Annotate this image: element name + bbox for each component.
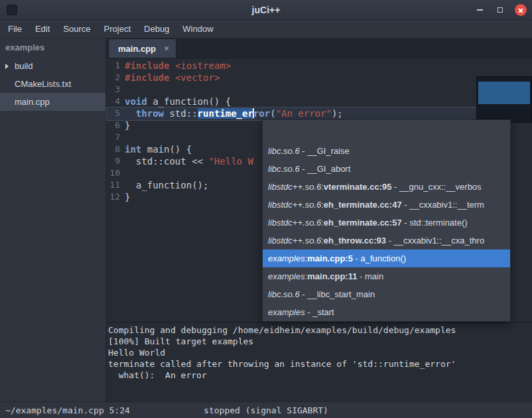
stack-trace-popup: libc.so.6 - __GI_raiselibc.so.6 - __GI_a… <box>262 119 511 322</box>
file-location: main.cpp:11 <box>307 271 357 281</box>
menu-window[interactable]: Window <box>176 21 220 36</box>
tab-close-icon[interactable]: × <box>164 43 169 54</box>
stack-frame-1[interactable]: libc.so.6 - __GI_raise <box>263 142 510 160</box>
minimize-button[interactable] <box>474 4 486 16</box>
line-number: 7 <box>106 131 125 143</box>
code-token: ror <box>253 108 270 119</box>
line-number: 9 <box>106 155 125 167</box>
function-name: - std::terminate() <box>402 218 468 228</box>
code-token <box>169 60 174 71</box>
line-number: 10 <box>106 167 125 179</box>
code-token <box>169 72 174 83</box>
code-token: a_function(); <box>125 180 208 190</box>
app-icon <box>7 5 17 15</box>
close-button[interactable] <box>515 4 527 16</box>
menu-edit[interactable]: Edit <box>29 21 56 36</box>
line-text: } <box>125 119 130 131</box>
code-token: std:: <box>164 108 198 119</box>
output-line: Compiling and debugging /home/eidheim/ex… <box>108 324 532 336</box>
function-name: - __cxxabiv1::__cxa_thro <box>386 236 484 245</box>
code-token: std::cout << <box>125 156 208 167</box>
line-number: 1 <box>106 60 125 72</box>
line-number: 6 <box>106 119 125 131</box>
line-number: 8 <box>106 143 125 155</box>
project-name: examples <box>0 38 105 57</box>
line-number: 3 <box>106 84 125 96</box>
tree-item-build[interactable]: build <box>0 57 105 75</box>
tree-item-main-cpp[interactable]: main.cpp <box>0 93 105 111</box>
menu-project[interactable]: Project <box>98 21 137 36</box>
code-line-1: 1#include <iostream> <box>106 60 532 72</box>
module-name: libstdc++.so.6 <box>268 200 321 210</box>
stack-frame-5[interactable]: libstdc++.so.6:eh_terminate.cc:57 - std:… <box>263 214 510 232</box>
line-text: std::cout << "Hello W <box>125 155 253 167</box>
code-token: int <box>125 144 141 155</box>
stack-frame-10[interactable]: examples - _start <box>263 303 510 321</box>
minimize-icon <box>477 9 483 11</box>
stack-frame-2[interactable]: libc.so.6 - __GI_abort <box>263 160 510 178</box>
tree-item-label: main.cpp <box>15 97 50 107</box>
stack-frame-6[interactable]: libstdc++.so.6:eh_throw.cc:93 - __cxxabi… <box>263 232 510 249</box>
titlebar[interactable]: juCi++ <box>0 0 532 20</box>
code-token: ); <box>332 108 343 119</box>
tab-bar: main.cpp × <box>106 38 532 58</box>
tree-item-cmakelists-txt[interactable]: CMakeLists.txt <box>0 75 105 93</box>
menubar: FileEditSourceProjectDebugWindow <box>0 20 532 38</box>
function-name: - a_function() <box>353 253 406 263</box>
tooltip-highlight <box>478 82 530 104</box>
line-number: 12 <box>106 191 125 203</box>
stack-frame-9[interactable]: libc.so.6 - __libc_start_main <box>263 285 510 303</box>
restore-icon <box>498 7 503 13</box>
tab-main-cpp[interactable]: main.cpp × <box>108 38 176 58</box>
file-location: eh_throw.cc:93 <box>324 236 386 245</box>
code-token: #include <box>125 72 169 83</box>
stack-frame-7[interactable]: examples:main.cpp:5 - a_function() <box>263 249 510 267</box>
line-text: } <box>125 191 130 203</box>
code-token: throw <box>136 108 164 119</box>
module-name: libc.so.6 <box>268 289 300 299</box>
line-text: int main() { <box>125 143 192 155</box>
tree-item-label: CMakeLists.txt <box>15 79 71 89</box>
line-text: #include <iostream> <box>125 60 231 72</box>
menu-source[interactable]: Source <box>56 21 97 36</box>
code-token: <iostream> <box>175 60 231 71</box>
file-location: main.cpp:5 <box>307 253 353 263</box>
code-token: void <box>125 96 147 107</box>
code-token: a_function() { <box>147 96 231 107</box>
menu-file[interactable]: File <box>1 21 29 36</box>
restore-button[interactable] <box>494 4 506 16</box>
output-line: [100%] Built target examples <box>108 336 532 347</box>
tooltip-box <box>476 76 532 123</box>
line-text: #include <vector> <box>125 72 220 84</box>
code-line-2: 2#include <vector> <box>106 72 532 84</box>
code-token: } <box>125 192 130 202</box>
close-icon <box>517 7 524 13</box>
module-name: examples <box>268 307 305 317</box>
code-line-3: 3 <box>106 84 532 96</box>
module-name: examples <box>268 271 305 281</box>
module-name: examples <box>268 253 305 263</box>
debug-output-panel[interactable]: Compiling and debugging /home/eidheim/ex… <box>106 322 532 401</box>
module-name: libstdc++.so.6 <box>268 218 321 228</box>
module-name: libc.so.6 <box>268 146 300 156</box>
function-name: - __libc_start_main <box>300 289 375 299</box>
line-number: 2 <box>106 72 125 84</box>
function-name: - main <box>357 271 383 281</box>
line-number: 11 <box>106 179 125 191</box>
file-tree-panel: examples buildCMakeLists.txtmain.cpp <box>0 38 106 401</box>
stack-frame-4[interactable]: libstdc++.so.6:eh_terminate.cc:47 - __cx… <box>263 196 510 214</box>
file-location: vterminate.cc:95 <box>324 182 392 192</box>
line-number: 5 <box>106 107 125 119</box>
chevron-right-glyph <box>5 64 9 69</box>
line-text: throw std::runtime_error("An error"); <box>125 107 343 119</box>
line-text: a_function(); <box>125 179 208 191</box>
code-token: "Hello W <box>208 156 253 167</box>
code-token: ( <box>270 108 275 119</box>
stack-frame-8[interactable]: examples:main.cpp:11 - main <box>263 267 510 285</box>
stack-frame-3[interactable]: libstdc++.so.6:vterminate.cc:95 - __gnu_… <box>263 178 510 196</box>
function-name: - __cxxabiv1::__term <box>402 200 484 210</box>
code-line-5: 5 throw std::runtime_error("An error"); <box>106 107 532 119</box>
menu-debug[interactable]: Debug <box>137 21 176 36</box>
status-bar: ~/examples/main.cpp 5:24 stopped (signal… <box>0 401 532 418</box>
line-text: void a_function() { <box>125 96 231 107</box>
